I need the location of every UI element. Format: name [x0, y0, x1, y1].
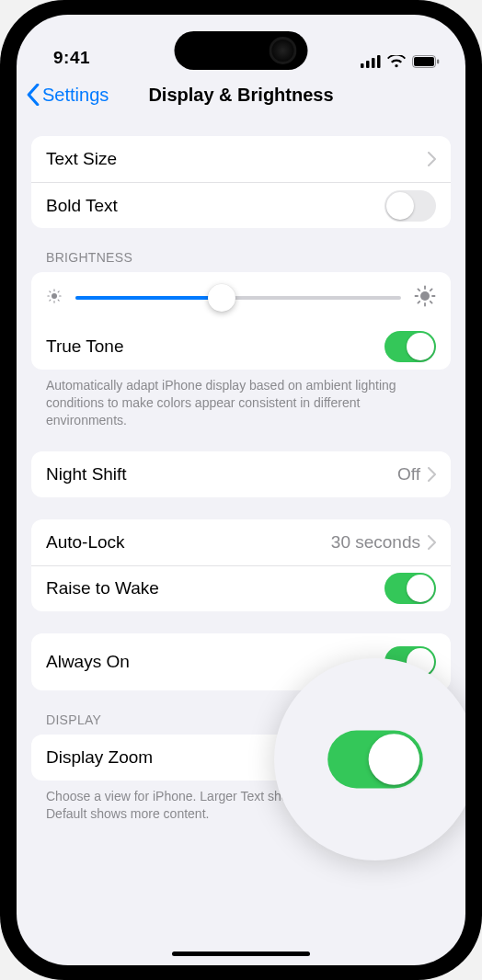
raise-to-wake-row: Raise to Wake	[31, 565, 451, 611]
svg-line-12	[50, 291, 51, 292]
svg-rect-0	[361, 63, 364, 68]
true-tone-row: True Tone	[31, 324, 451, 370]
raise-to-wake-toggle[interactable]	[384, 573, 436, 604]
phone-frame: 9:41 Settings Display & Brightness Text …	[0, 0, 482, 980]
true-tone-toggle[interactable]	[384, 331, 436, 362]
svg-rect-5	[414, 57, 434, 66]
sun-max-icon	[414, 285, 436, 311]
wifi-icon	[387, 55, 406, 68]
svg-rect-1	[366, 61, 370, 68]
bold-text-toggle[interactable]	[384, 190, 436, 222]
text-size-row[interactable]: Text Size	[31, 136, 451, 182]
bold-text-row: Bold Text	[31, 182, 451, 228]
night-shift-value: Off	[397, 464, 420, 484]
raise-to-wake-label: Raise to Wake	[46, 578, 384, 598]
screen: 9:41 Settings Display & Brightness Text …	[17, 15, 465, 965]
page-title: Display & Brightness	[148, 85, 333, 106]
always-on-toggle-magnified[interactable]	[327, 731, 423, 789]
status-time: 9:41	[53, 48, 90, 68]
true-tone-label: True Tone	[46, 336, 384, 357]
svg-line-22	[430, 302, 432, 303]
home-indicator[interactable]	[172, 952, 310, 956]
brightness-header: BRIGHTNESS	[31, 250, 451, 272]
chevron-right-icon	[428, 467, 436, 482]
night-shift-row[interactable]: Night Shift Off	[31, 451, 451, 497]
svg-line-21	[418, 289, 419, 291]
svg-rect-6	[437, 60, 439, 64]
auto-lock-label: Auto-Lock	[46, 532, 331, 553]
camera-lens	[270, 37, 297, 64]
brightness-slider[interactable]	[75, 296, 401, 300]
brightness-slider-row	[31, 272, 451, 324]
true-tone-footer: Automatically adapt iPhone display based…	[31, 370, 451, 429]
status-icons	[361, 55, 440, 68]
back-label: Settings	[42, 85, 109, 106]
always-on-callout	[274, 658, 465, 860]
svg-point-7	[52, 293, 57, 299]
svg-rect-3	[377, 55, 381, 68]
auto-lock-row[interactable]: Auto-Lock 30 seconds	[31, 519, 451, 565]
cellular-icon	[361, 55, 381, 68]
svg-line-13	[58, 300, 59, 301]
sun-min-icon	[46, 288, 63, 308]
chevron-left-icon	[26, 84, 40, 106]
svg-line-24	[430, 289, 432, 291]
text-size-label: Text Size	[46, 149, 428, 169]
svg-line-14	[50, 300, 51, 301]
chevron-right-icon	[428, 535, 436, 550]
svg-line-23	[418, 302, 419, 303]
back-button[interactable]: Settings	[26, 72, 109, 118]
svg-line-15	[58, 291, 59, 292]
bold-text-label: Bold Text	[46, 196, 384, 216]
auto-lock-value: 30 seconds	[331, 532, 420, 553]
svg-rect-2	[372, 58, 375, 68]
dynamic-island	[175, 31, 308, 70]
battery-icon	[412, 55, 440, 68]
chevron-right-icon	[428, 152, 436, 166]
navigation-bar: Settings Display & Brightness	[17, 72, 465, 118]
slider-thumb[interactable]	[208, 284, 235, 312]
night-shift-label: Night Shift	[46, 464, 397, 484]
svg-point-16	[420, 291, 430, 301]
